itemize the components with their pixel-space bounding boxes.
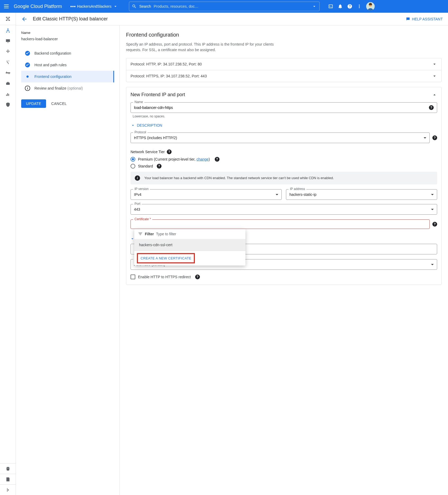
filter-icon	[138, 232, 143, 236]
help-icon[interactable]: ?	[157, 164, 162, 169]
name-input[interactable]	[134, 105, 429, 110]
page-header: Edit Classic HTTP(S) load balancer HELP …	[16, 13, 448, 25]
project-picker[interactable]: HackersAndSlackers	[68, 2, 120, 10]
project-dots-icon	[70, 6, 75, 7]
tier-premium-radio[interactable]: Premium (Current project-level tier, cha…	[131, 157, 437, 162]
rail-item-5[interactable]	[0, 68, 16, 78]
network-icon	[5, 16, 11, 22]
tier-standard-radio[interactable]: Standard ?	[131, 164, 437, 169]
step-hostpath[interactable]: Host and path rules	[21, 59, 114, 71]
protocol-field: Protocol HTTPS (includes HTTP/2) ?	[131, 132, 437, 143]
cart-icon	[5, 466, 11, 471]
rail-expand[interactable]	[0, 484, 16, 495]
info-circle-icon	[25, 85, 30, 91]
search-label: Search	[139, 4, 151, 8]
name-helper: Lowercase, no spaces.	[133, 114, 437, 118]
redirect-checkbox[interactable]: Enable HTTP to HTTPS redirect ?	[131, 275, 437, 279]
certificate-field: Certificate * Filter Type to filter hack…	[131, 219, 437, 229]
dropdown-arrow-icon	[276, 194, 278, 195]
new-frontend-card: New Frontend IP and port Name ? Lowercas…	[126, 87, 442, 285]
top-icons	[328, 2, 375, 11]
rail-release-notes[interactable]	[0, 474, 16, 484]
help-icon[interactable]: ?	[429, 105, 434, 110]
rail-section-icon[interactable]	[0, 13, 16, 25]
certificate-select[interactable]	[131, 219, 430, 229]
port-select[interactable]: 443	[131, 204, 437, 215]
page-title: Edit Classic HTTP(S) load balancer	[33, 16, 406, 22]
chevron-down-icon	[131, 123, 135, 128]
check-circle-icon	[25, 62, 30, 68]
step-review[interactable]: Review and finalize (optional)	[21, 82, 114, 94]
certificate-option[interactable]: hackers-cdn-ssl-cert	[134, 239, 245, 251]
svg-rect-6	[27, 87, 28, 87]
menu-icon[interactable]	[3, 3, 10, 10]
help-icon[interactable]: ?	[167, 149, 172, 154]
step-backend[interactable]: Backend configuration	[21, 47, 114, 59]
bars-icon	[5, 91, 11, 97]
change-tier-link[interactable]: change	[196, 157, 209, 161]
name-field: Name ?	[131, 102, 437, 113]
rail-item-8[interactable]	[0, 99, 16, 110]
frontend-config-panel: Frontend configuration Specify an IP add…	[120, 25, 448, 495]
help-icon[interactable]: ?	[195, 275, 200, 279]
account-avatar[interactable]	[366, 2, 375, 11]
chevron-down-icon[interactable]	[312, 4, 317, 9]
checkbox-icon	[131, 275, 135, 279]
chat-icon	[406, 17, 410, 21]
ipaddress-field: IP address hackers-static-ip	[286, 189, 437, 200]
cdn-notice: i Your load balancer has a backend with …	[131, 172, 437, 184]
help-assistant-button[interactable]: HELP ASSISTANT	[406, 17, 443, 21]
rail-marketplace[interactable]	[0, 463, 16, 474]
help-icon[interactable]: ?	[432, 222, 437, 227]
rail-item-lb[interactable]	[0, 25, 16, 36]
back-arrow-icon[interactable]	[21, 16, 28, 22]
description-toggle[interactable]: DESCRIPTION	[131, 123, 162, 128]
radio-icon	[131, 164, 135, 169]
help-icon[interactable]: ?	[432, 135, 437, 140]
frontend-desc: Specify an IP address, port and protocol…	[126, 42, 274, 53]
update-button[interactable]: UPDATE	[21, 99, 46, 108]
search-icon	[132, 4, 137, 9]
tier-label: Network Service Tier	[131, 150, 165, 154]
cloud-shell-icon[interactable]	[328, 4, 333, 9]
chevron-down-icon	[432, 61, 437, 67]
chevron-up-icon[interactable]	[432, 92, 437, 98]
left-rail	[0, 13, 16, 495]
chevron-right-icon	[5, 487, 11, 493]
rail-item-4[interactable]	[0, 57, 16, 68]
protocol-select[interactable]: HTTPS (includes HTTP/2)	[131, 132, 430, 143]
step-frontend[interactable]: Frontend configuration	[21, 71, 114, 82]
rail-item-2[interactable]	[0, 36, 16, 46]
left-steps-panel: Name hackers-load-balancer Backend confi…	[16, 25, 120, 495]
help-icon[interactable]: ?	[215, 157, 219, 162]
create-certificate-button[interactable]: CREATE A NEW CERTIFICATE	[137, 253, 195, 263]
dropdown-arrow-icon	[431, 264, 434, 265]
tune-icon	[5, 70, 11, 76]
frontend-row-http[interactable]: Protocol: HTTP, IP: 34.107.238.52, Port:…	[126, 58, 441, 70]
dropdown-arrow-icon	[424, 137, 426, 139]
notifications-icon[interactable]	[338, 4, 343, 9]
search-placeholder: Products, resources, doc…	[154, 4, 309, 8]
ipversion-select[interactable]: IPv4	[131, 189, 282, 200]
merge-icon	[5, 60, 11, 65]
cancel-button[interactable]: CANCEL	[51, 99, 67, 108]
rail-item-6[interactable]	[0, 78, 16, 89]
frontend-row-https[interactable]: Protocol: HTTPS, IP: 34.107.238.52, Port…	[126, 70, 441, 82]
rail-item-3[interactable]	[0, 46, 16, 57]
name-value: hackers-load-balancer	[21, 37, 114, 41]
shield-icon	[5, 102, 11, 107]
project-name: HackersAndSlackers	[77, 4, 111, 8]
chevron-down-icon	[113, 4, 118, 9]
ipaddress-select[interactable]: hackers-static-ip	[286, 189, 437, 200]
dot-icon	[26, 76, 29, 78]
product-logo[interactable]: Google Cloud Platform	[14, 4, 62, 9]
search-bar[interactable]: Search Products, resources, doc…	[129, 2, 320, 11]
move-icon	[5, 49, 11, 54]
svg-rect-5	[27, 88, 28, 89]
more-vert-icon[interactable]	[357, 4, 362, 9]
rail-item-7[interactable]	[0, 89, 16, 99]
dropdown-arrow-icon	[431, 209, 434, 210]
certificate-filter[interactable]: Filter Type to filter	[134, 229, 245, 239]
help-icon[interactable]	[347, 4, 352, 9]
radio-icon	[131, 157, 135, 162]
